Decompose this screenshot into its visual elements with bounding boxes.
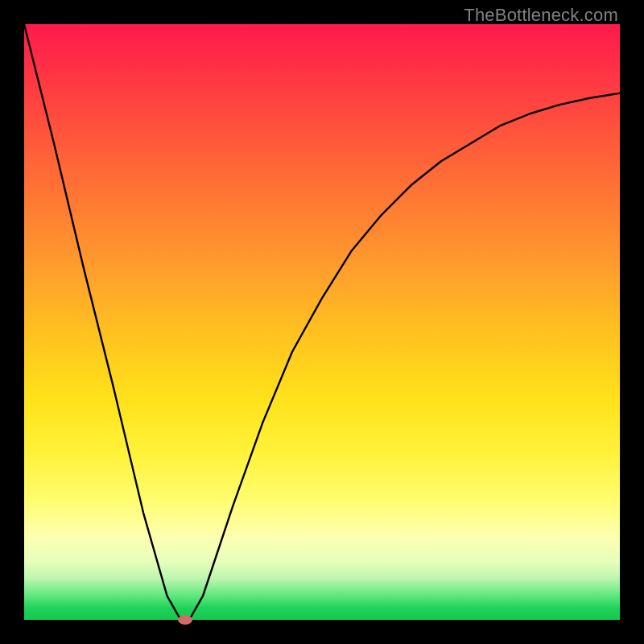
watermark-text: TheBottleneck.com: [464, 5, 618, 26]
bottleneck-curve: [24, 24, 620, 620]
plot-area: [24, 24, 620, 620]
chart-container: TheBottleneck.com: [0, 0, 644, 644]
minimum-marker: [178, 615, 192, 625]
